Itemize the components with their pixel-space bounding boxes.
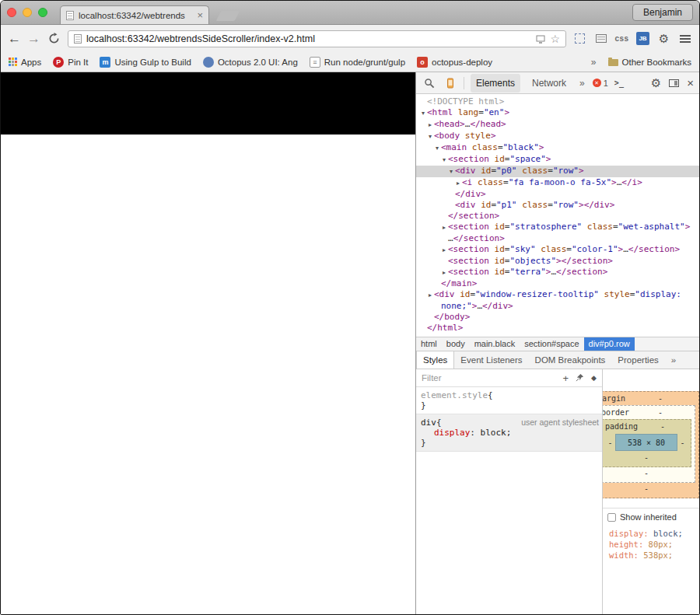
sidebar-tab-dom-breakpoints[interactable]: DOM Breakpoints <box>529 351 612 369</box>
dom-tree-line[interactable]: ▾<body style> <box>416 131 699 142</box>
console-drawer-icon[interactable]: >_ <box>614 79 624 87</box>
chrome-menu-icon[interactable] <box>677 31 692 46</box>
bookmark-star-icon[interactable]: ☆ <box>550 33 560 44</box>
dom-tree-line[interactable]: <div id="p1" class="row"></div> <box>416 200 699 211</box>
dom-tree-line[interactable]: </html> <box>416 323 699 334</box>
metrics-column: margin - border - padding <box>603 369 699 614</box>
dom-tree-line[interactable]: ▾<section id="space"> <box>416 154 699 166</box>
collapse-arrow-icon[interactable]: ▸ <box>440 267 448 278</box>
breadcrumb-item[interactable]: main.black <box>470 337 520 351</box>
dom-tree-line[interactable]: ▸<head>…</head> <box>416 119 699 131</box>
expand-arrow-icon[interactable]: ▾ <box>419 108 427 119</box>
bookmark-octopus-deploy[interactable]: o octopus-deploy <box>417 57 492 68</box>
other-bookmarks-button[interactable]: Other Bookmarks <box>608 58 691 67</box>
device-resizer-icon[interactable] <box>536 34 545 44</box>
reload-button[interactable] <box>47 31 61 46</box>
new-style-rule-icon[interactable]: + <box>562 373 569 383</box>
bookmark-octopus-ui[interactable]: Octopus 2.0 UI: Ang <box>203 57 298 68</box>
breadcrumb-item[interactable]: html <box>416 337 442 351</box>
sidebar-tabs-overflow-icon[interactable]: » <box>665 351 682 369</box>
dom-tree-line[interactable]: none;">…</div> <box>416 301 699 312</box>
new-tab-button[interactable] <box>216 11 240 21</box>
console-error-badge[interactable]: ✕ 1 <box>593 79 608 88</box>
collapse-arrow-icon[interactable]: ▸ <box>426 120 434 131</box>
search-icon[interactable] <box>422 75 436 90</box>
devtools-tabs-overflow-icon[interactable]: » <box>578 74 586 93</box>
monitor-extension-icon[interactable] <box>593 31 608 46</box>
url-bar[interactable]: localhost:63342/webtrendsSideScroller/in… <box>68 30 566 47</box>
collapse-arrow-icon[interactable]: ▸ <box>440 245 448 256</box>
margin-bottom-value: - <box>603 483 695 495</box>
expand-arrow-icon[interactable]: ▾ <box>440 155 448 166</box>
bookmark-pin-it[interactable]: P Pin It <box>53 57 88 68</box>
dock-side-icon[interactable] <box>669 79 679 87</box>
collapse-arrow-icon[interactable]: ▸ <box>440 222 448 233</box>
css-property[interactable]: display: block; <box>421 428 599 438</box>
dom-tree-line[interactable]: ▸<i class="fa fa-moon-o fa-5x">…</i> <box>416 177 699 189</box>
bookmark-run-node[interactable]: ≡ Run node/grunt/gulp <box>310 57 405 68</box>
bookmarks-overflow-icon[interactable]: » <box>591 57 597 68</box>
styles-sidebar-tabs: StylesEvent ListenersDOM BreakpointsProp… <box>416 351 699 369</box>
url-text[interactable]: localhost:63342/webtrendsSideScroller/in… <box>86 33 531 44</box>
jetbrains-extension-icon[interactable]: JB <box>635 31 650 46</box>
dom-tree-line[interactable]: <!DOCTYPE html> <box>416 96 699 107</box>
minimize-window-button[interactable] <box>23 8 32 17</box>
sidebar-tab-event-listeners[interactable]: Event Listeners <box>454 351 528 369</box>
element-state-icon[interactable]: ◆ <box>591 375 597 382</box>
dom-tree-line[interactable]: </main> <box>416 278 699 289</box>
device-mode-icon[interactable] <box>443 75 457 90</box>
dom-tree-line[interactable]: ▸<section id="terra">…</section> <box>416 267 699 278</box>
dom-tree-line[interactable]: <section id="objects"></section> <box>416 256 699 267</box>
browser-window: localhost:63342/webtrends × Benjamin ← →… <box>0 0 700 615</box>
expand-arrow-icon[interactable]: ▾ <box>433 143 441 154</box>
back-button[interactable]: ← <box>8 32 21 45</box>
sidebar-tab-properties[interactable]: Properties <box>611 351 664 369</box>
apps-label: Apps <box>21 58 41 67</box>
toolbar-divider <box>464 77 464 89</box>
forward-button[interactable]: → <box>27 32 40 45</box>
dom-tree-line[interactable]: ▸<div id="window-resizer-tooltip" style=… <box>416 289 699 301</box>
tab-bar: localhost:63342/webtrends × Benjamin <box>1 1 699 25</box>
error-icon: ✕ <box>593 79 601 87</box>
breadcrumb-item[interactable]: div#p0.row <box>584 337 635 351</box>
dom-tree-line[interactable]: ▸<section id="sky" class="color-1">…</se… <box>416 244 699 256</box>
box-model-border: border - padding - - <box>603 405 695 483</box>
dom-tree-line[interactable]: ▾<main class="black"> <box>416 142 699 154</box>
dom-tree-line[interactable]: </section> <box>416 211 699 222</box>
collapse-arrow-icon[interactable]: ▸ <box>426 290 434 301</box>
breadcrumb-item[interactable]: section#space <box>520 337 583 351</box>
profile-button[interactable]: Benjamin <box>632 4 693 21</box>
styles-filter-input[interactable] <box>422 373 555 383</box>
show-inherited-checkbox[interactable] <box>607 513 616 522</box>
zoom-window-button[interactable] <box>38 8 47 17</box>
browser-tab[interactable]: localhost:63342/webtrends × <box>60 5 209 24</box>
collapse-arrow-icon[interactable]: ▸ <box>454 178 462 189</box>
bookmark-gulp[interactable]: m Using Gulp to Build <box>100 57 191 68</box>
devtools-close-icon[interactable]: × <box>687 77 694 89</box>
css-extension-icon[interactable]: css <box>614 31 629 46</box>
expand-arrow-icon[interactable]: ▾ <box>447 166 455 177</box>
computed-style-list: display: block;height: 80px;width: 538px… <box>603 526 699 561</box>
dom-tree-line[interactable]: </body> <box>416 312 699 323</box>
dom-tree-line[interactable]: …</section> <box>416 233 699 244</box>
dom-tree-line[interactable]: ▾<html lang="en"> <box>416 107 699 119</box>
pin-icon[interactable] <box>576 371 584 385</box>
devtools-settings-icon[interactable]: ⚙ <box>651 77 661 89</box>
close-window-button[interactable] <box>7 8 16 17</box>
sidebar-tab-styles[interactable]: Styles <box>416 351 454 369</box>
tab-network[interactable]: Network <box>527 74 572 93</box>
breadcrumb-item[interactable]: body <box>442 337 470 351</box>
tab-close-icon[interactable]: × <box>197 10 203 20</box>
dom-tree-line[interactable]: ▸<section id="stratosphere" class="wet-a… <box>416 222 699 233</box>
expand-arrow-icon[interactable]: ▾ <box>426 131 434 142</box>
settings-gear-icon[interactable]: ⚙ <box>656 31 671 46</box>
dom-tree-line[interactable]: </div> <box>416 189 699 200</box>
window-resizer-extension-icon[interactable] <box>572 31 587 46</box>
styles-filter-row: + ◆ <box>416 369 602 387</box>
dom-tree-line[interactable]: ▾<div id="p0" class="row"> <box>416 166 699 177</box>
dom-tree: <!DOCTYPE html>▾<html lang="en">▸<head>…… <box>416 94 699 337</box>
apps-shortcut[interactable]: Apps <box>9 58 41 67</box>
style-rules: element.style {}div {user agent styleshe… <box>416 387 602 614</box>
tab-elements[interactable]: Elements <box>471 74 520 93</box>
styles-pane: + ◆ element.style {}div {user agent styl… <box>416 369 699 614</box>
